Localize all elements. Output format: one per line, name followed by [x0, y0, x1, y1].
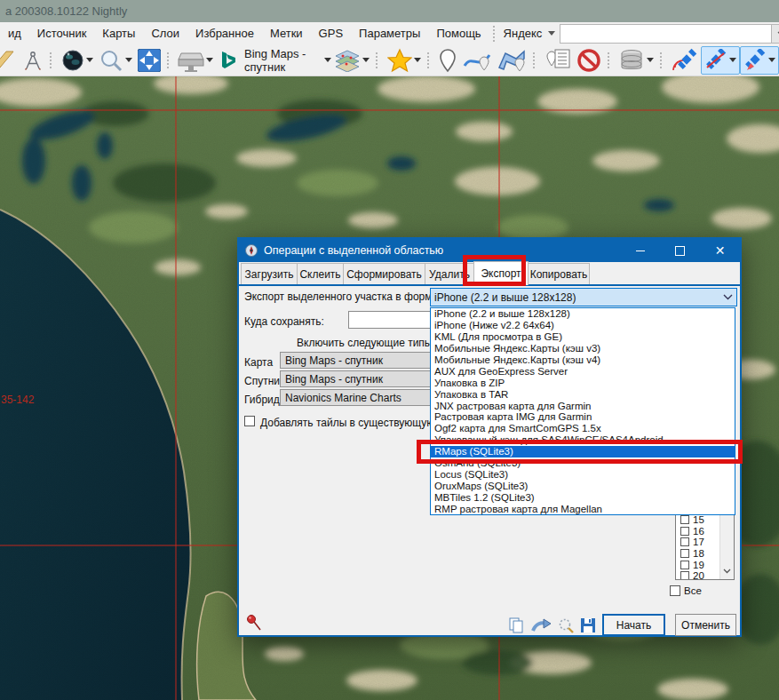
toolbar-separator	[533, 52, 538, 68]
format-option[interactable]: Растровая карта IMG для Garmin	[431, 411, 735, 423]
chevron-down-icon	[125, 58, 132, 62]
minimize-button[interactable]	[620, 239, 660, 262]
maximize-button[interactable]	[660, 239, 700, 262]
pushpin-icon[interactable]	[246, 614, 262, 632]
zoom-checkbox[interactable]	[680, 527, 689, 536]
zoom-label: 16	[693, 526, 704, 537]
chevron-down-icon	[548, 31, 555, 36]
select-all-checkbox[interactable]	[670, 585, 680, 596]
format-option[interactable]: OruxMaps (SQLite3)	[431, 480, 735, 491]
save-to-label: Куда сохранять:	[244, 315, 324, 328]
tab-download[interactable]: Загрузить	[241, 263, 298, 284]
database-button[interactable]	[616, 47, 656, 74]
bing-logo-icon[interactable]	[216, 47, 241, 74]
menu-item-maps[interactable]: Карты	[94, 27, 143, 40]
menu-item-source[interactable]: Источник	[29, 27, 95, 40]
measure-compass-icon[interactable]	[20, 47, 46, 74]
cancel-button[interactable]: Отменить	[675, 614, 736, 636]
hide-marks-button[interactable]	[574, 47, 604, 74]
tab-stitch[interactable]: Склеить	[297, 263, 344, 284]
zoom-row[interactable]: 16	[680, 526, 719, 537]
zoom-checkbox[interactable]	[680, 515, 689, 524]
format-dropdown-list: iPhone (2.2 и выше 128x128) iPhone (Ниже…	[430, 307, 735, 515]
cache-source-button[interactable]	[175, 47, 216, 74]
search-dropdown-button[interactable]	[771, 25, 779, 43]
zoom-checkbox[interactable]	[680, 537, 689, 546]
menu-item-help[interactable]: Помощь	[428, 27, 489, 40]
toolbar-separator	[427, 52, 433, 68]
zoom-row[interactable]: 20	[680, 570, 719, 580]
chevron-down-icon	[86, 58, 93, 62]
favorites-star-button[interactable]	[385, 47, 424, 74]
map-select-label[interactable]: Bing Maps - спутник	[241, 47, 322, 74]
annotation-box-export-tab	[463, 255, 526, 286]
chevron-down-icon	[723, 294, 733, 300]
add-placemark-button[interactable]	[435, 47, 460, 74]
gps-track-button[interactable]	[701, 46, 740, 75]
zoom-row[interactable]: 17	[680, 537, 719, 548]
gps-marker-button[interactable]	[740, 46, 779, 75]
start-button[interactable]: Начать	[602, 614, 665, 636]
zoom-row[interactable]: 19	[680, 559, 719, 570]
map-row-label: Карта	[244, 356, 273, 369]
toolbar-separator	[50, 52, 55, 68]
zoom-checkbox[interactable]	[680, 549, 689, 558]
zoom-selection-icon[interactable]	[558, 617, 574, 633]
tab-copy[interactable]: Копировать	[528, 263, 590, 284]
format-option[interactable]: iPhone (Ниже v2.2 64x64)	[431, 320, 735, 331]
dialog-tabs: Загрузить Склеить Сформировать Удалить Э…	[241, 263, 589, 284]
zoom-row[interactable]: 18	[680, 548, 719, 560]
menu-item-marks[interactable]: Метки	[262, 27, 311, 40]
add-polygon-button[interactable]	[494, 47, 529, 74]
menu-item-settings[interactable]: Параметры	[351, 27, 428, 40]
export-link-icon[interactable]	[531, 617, 551, 633]
format-option[interactable]: iPhone (2.2 и выше 128x128)	[431, 308, 735, 320]
format-option[interactable]: Упаковка в TAR	[431, 388, 735, 400]
zoom-row[interactable]: 15	[680, 514, 719, 526]
format-option[interactable]: Упаковка в ZIP	[431, 377, 735, 388]
append-tiles-checkbox[interactable]	[244, 416, 255, 426]
format-option[interactable]: Мобильные Яндекс.Карты (кэш v3)	[431, 343, 735, 354]
menu-item-vid[interactable]: ид	[0, 27, 29, 40]
search-provider-button[interactable]: Яндекс	[504, 27, 543, 40]
globe-view-button[interactable]	[59, 47, 96, 74]
zoom-tool-button[interactable]	[96, 47, 135, 74]
format-option[interactable]: AUX для GeoExpress Server	[431, 365, 735, 377]
menu-item-favorites[interactable]: Избранное	[187, 27, 262, 40]
toolbar-separator	[376, 52, 381, 68]
format-option[interactable]: KML (Для просмотра в GE)	[431, 331, 735, 343]
toolbar-separator	[608, 52, 613, 68]
scroll-down-button[interactable]	[721, 565, 733, 577]
format-option[interactable]: Мобильные Яндекс.Карты (кэш v4)	[431, 354, 735, 366]
menu-item-layers[interactable]: Слои	[143, 27, 187, 40]
dialog-action-icons	[509, 617, 595, 633]
dialog-title: Операции с выделенной областью	[264, 244, 443, 257]
format-option[interactable]: JNX растровая карта для Garmin	[431, 400, 735, 411]
add-path-button[interactable]	[460, 47, 494, 74]
chevron-down-icon	[729, 58, 736, 62]
format-option[interactable]: RMP растровая карта для Magellan	[431, 503, 735, 514]
zoom-checkbox[interactable]	[680, 571, 689, 580]
export-format-combobox[interactable]: iPhone (2.2 и выше 128x128)	[430, 288, 737, 306]
ruler-icon[interactable]	[0, 47, 20, 74]
select-all-row[interactable]: Все	[670, 585, 702, 596]
format-option[interactable]: MBTiles 1.2 (SQLite3)	[431, 491, 735, 503]
close-button[interactable]: ✕	[700, 239, 740, 262]
hybrid-row-label: Гибрид	[244, 394, 280, 406]
menu-bar: ид Источник Карты Слои Избранное Метки G…	[0, 22, 779, 44]
format-option[interactable]: Ogf2 карта для SmartComGPS 1.5x	[431, 423, 735, 434]
menu-item-gps[interactable]: GPS	[311, 27, 351, 40]
fullscreen-button[interactable]	[135, 47, 163, 74]
chevron-down-icon	[414, 58, 421, 62]
layers-button[interactable]	[331, 47, 372, 74]
tab-generate[interactable]: Сформировать	[343, 263, 425, 284]
zoom-label: 15	[693, 514, 704, 525]
window-title: а 200308.10122 Nightly	[5, 4, 127, 18]
copy-icon[interactable]	[509, 617, 524, 633]
search-input[interactable]	[560, 25, 771, 43]
save-icon[interactable]	[581, 618, 595, 632]
gps-connect-button[interactable]	[669, 47, 701, 74]
format-option[interactable]: Locus (SQLite3)	[431, 468, 735, 480]
zoom-checkbox[interactable]	[680, 561, 689, 569]
placemark-manager-button[interactable]	[542, 47, 574, 74]
